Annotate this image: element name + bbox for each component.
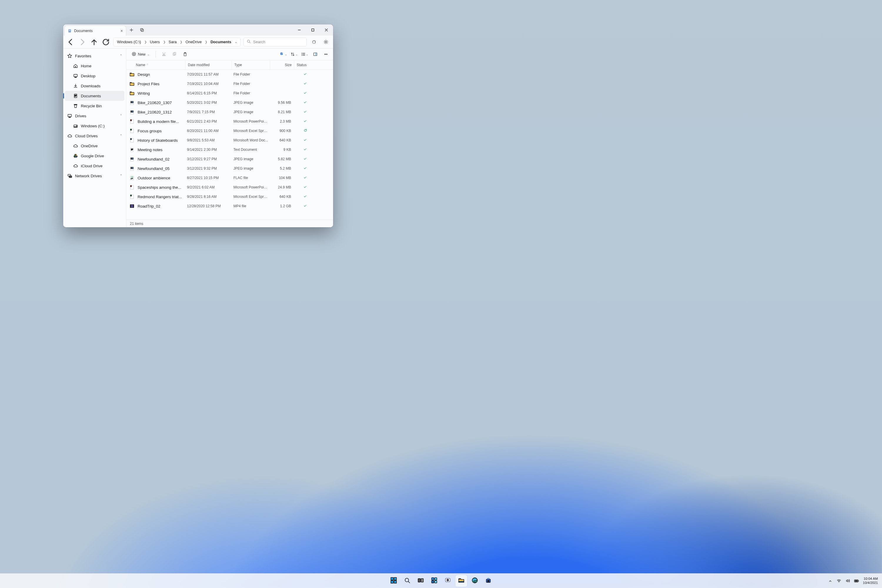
- sidebar-group-network-drives[interactable]: Network Drives˅: [65, 171, 124, 181]
- file-row[interactable]: History of Skateboards 9/8/2021 5:53 AM …: [126, 135, 333, 145]
- crumb-3[interactable]: OneDrive: [185, 40, 202, 44]
- file-type: Microsoft Excel Sprea...: [231, 195, 269, 199]
- sidebar-item-onedrive[interactable]: OneDrive: [65, 141, 124, 151]
- column-header-type[interactable]: Type: [232, 60, 270, 69]
- battery-icon[interactable]: [854, 578, 860, 584]
- taskbar-taskview[interactable]: [415, 575, 427, 587]
- file-row[interactable]: Design 7/20/2021 11:57 AM File Folder: [126, 70, 333, 79]
- view-button[interactable]: ⌄: [300, 50, 309, 58]
- details-pane-button[interactable]: [311, 50, 320, 58]
- crumb-2[interactable]: Sara: [168, 40, 177, 44]
- sort-asc-icon: ˄: [147, 63, 148, 66]
- sidebar-item-icloud-drive[interactable]: iCloud Drive: [65, 161, 124, 171]
- clock[interactable]: 10:04 AM 10/4/2021: [863, 577, 878, 585]
- sidebar-item-home[interactable]: Home: [65, 61, 124, 71]
- file-date: 9/2/2021 6:02 AM: [184, 185, 231, 189]
- svg-point-62: [131, 158, 132, 159]
- file-row[interactable]: Bike_210620_1312 7/9/2021 7:15 PM JPEG i…: [126, 107, 333, 117]
- svg-rect-100: [858, 580, 859, 581]
- sidebar-group-favorites[interactable]: Favorites˄: [65, 51, 124, 61]
- file-date: 9/8/2021 5:53 AM: [184, 138, 231, 142]
- wifi-icon[interactable]: [836, 578, 842, 584]
- file-row[interactable]: Building a modern file... 6/21/2021 2:43…: [126, 117, 333, 126]
- file-row[interactable]: Focus groups 8/20/2021 11:00 AM Microsof…: [126, 126, 333, 135]
- file-status: [293, 119, 317, 124]
- search-icon: [247, 39, 251, 44]
- network-icon: [68, 174, 72, 178]
- file-name: Design: [138, 72, 184, 77]
- more-button[interactable]: [321, 50, 330, 58]
- file-row[interactable]: RoadTrip_02 12/28/2020 12:58 PM MP4 file…: [126, 201, 333, 211]
- new-button[interactable]: New ⌄: [129, 50, 152, 58]
- sort-button[interactable]: ⌄: [290, 50, 298, 58]
- file-list[interactable]: Design 7/20/2021 11:57 AM File Folder Pr…: [126, 70, 333, 220]
- settings-button[interactable]: [321, 38, 330, 46]
- taskbar-start[interactable]: [388, 575, 399, 587]
- taskbar-search[interactable]: [401, 575, 413, 587]
- paste-button[interactable]: [180, 50, 189, 58]
- crumb-4[interactable]: Documents: [210, 40, 232, 44]
- svg-point-15: [325, 41, 327, 43]
- svg-rect-86: [435, 580, 437, 583]
- image-icon: [129, 100, 135, 105]
- up-button[interactable]: [90, 38, 99, 46]
- file-row[interactable]: Newfoundland_05 3/12/2021 9:32 PM JPEG i…: [126, 164, 333, 173]
- sidebar-item-downloads[interactable]: Downloads: [65, 81, 124, 91]
- tab-overview-button[interactable]: [137, 24, 147, 36]
- copy-button[interactable]: [170, 50, 179, 58]
- taskbar-edge[interactable]: [469, 575, 481, 587]
- sidebar-item-recycle-bin[interactable]: Recycle Bin: [65, 101, 124, 111]
- sidebar-group-drives[interactable]: Drives˄: [65, 111, 124, 121]
- column-header-date[interactable]: Date modified: [185, 60, 232, 69]
- tray-date: 10/4/2021: [863, 581, 878, 585]
- file-row[interactable]: Newfoundland_02 3/12/2021 9:27 PM JPEG i…: [126, 154, 333, 164]
- file-row[interactable]: Redmond Rangers triat... 9/28/2021 8:16 …: [126, 192, 333, 201]
- cut-button[interactable]: [159, 50, 168, 58]
- file-row[interactable]: Project Files 7/19/2021 10:04 AM File Fo…: [126, 79, 333, 88]
- taskbar-explorer[interactable]: [455, 575, 467, 587]
- sidebar-item-google-drive[interactable]: Google Drive: [65, 151, 124, 161]
- search-input[interactable]: Search: [243, 38, 307, 46]
- sidebar-group-cloud-drives[interactable]: Cloud Drives˄: [65, 131, 124, 141]
- maximize-button[interactable]: [306, 24, 320, 36]
- taskbar-store[interactable]: [483, 575, 494, 587]
- column-header-name[interactable]: Name˄: [134, 60, 185, 69]
- forward-button[interactable]: [78, 38, 87, 46]
- item-count: 21 items: [130, 222, 143, 226]
- svg-point-9: [315, 42, 315, 42]
- file-row[interactable]: Bike_210620_1307 5/20/2021 3:02 PM JPEG …: [126, 98, 333, 107]
- close-tab-icon[interactable]: ×: [120, 29, 123, 33]
- svg-point-7: [314, 40, 314, 41]
- refresh-button[interactable]: [101, 38, 110, 46]
- breadcrumb[interactable]: Windows (C:\)❯ Users❯ Sara❯ OneDrive❯ Do…: [113, 38, 240, 46]
- file-row[interactable]: Spaceships among the... 9/2/2021 6:02 AM…: [126, 183, 333, 192]
- file-type: Microsoft PowerPoint...: [231, 119, 269, 123]
- file-type: JPEG image: [231, 110, 269, 114]
- crumb-0[interactable]: Windows (C:\): [116, 40, 142, 44]
- sidebar-item-windows-c-[interactable]: Windows (C:): [65, 121, 124, 131]
- column-header-size[interactable]: Size: [270, 60, 294, 69]
- file-row[interactable]: Meeting notes 9/14/2021 2:30 PM Text Doc…: [126, 145, 333, 154]
- volume-icon[interactable]: [845, 578, 850, 584]
- breadcrumb-dropdown[interactable]: ⌄: [235, 40, 237, 44]
- window-tab-documents[interactable]: Documents ×: [64, 26, 126, 36]
- taskbar-chat[interactable]: [442, 575, 454, 587]
- close-button[interactable]: [320, 24, 333, 36]
- svg-rect-96: [489, 581, 489, 582]
- taskbar-widgets[interactable]: [428, 575, 440, 587]
- crumb-1[interactable]: Users: [149, 40, 160, 44]
- column-header-status[interactable]: Status: [294, 60, 318, 69]
- file-row[interactable]: Outdoor ambience 8/27/2021 10:15 PM FLAC…: [126, 173, 333, 183]
- svg-rect-26: [74, 127, 77, 128]
- sidebar-item-documents[interactable]: Documents: [65, 91, 124, 101]
- new-tab-button[interactable]: [126, 24, 137, 36]
- file-status: [293, 72, 317, 77]
- minimize-button[interactable]: [292, 24, 306, 36]
- select-mode-button[interactable]: ⌄: [279, 50, 288, 58]
- back-button[interactable]: [66, 38, 75, 46]
- tray-overflow-icon[interactable]: [828, 578, 833, 584]
- file-name: History of Skateboards: [138, 138, 184, 142]
- file-row[interactable]: Writing 8/14/2021 6:15 PM File Folder: [126, 88, 333, 98]
- sidebar-item-desktop[interactable]: Desktop: [65, 71, 124, 81]
- document-icon: [68, 29, 72, 33]
